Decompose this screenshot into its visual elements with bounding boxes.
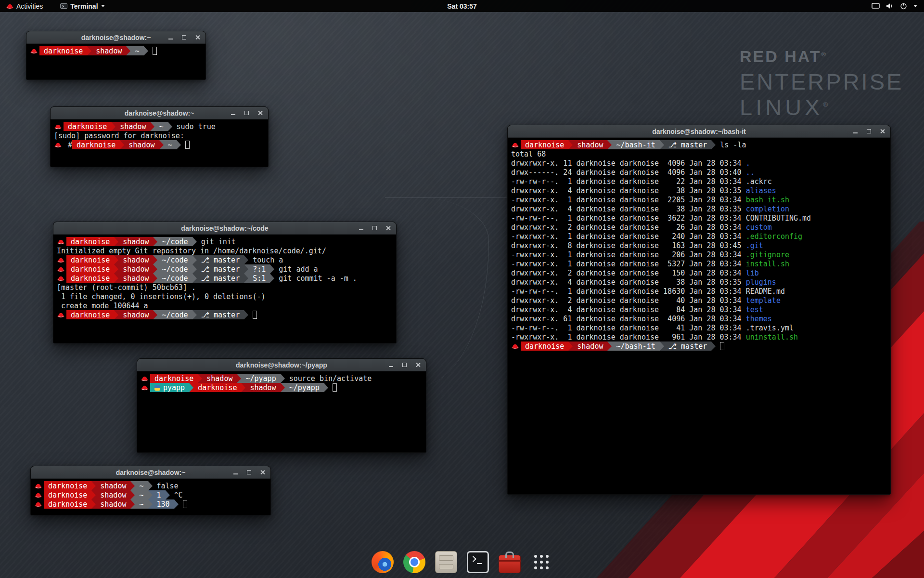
terminal-output[interactable]: darknoiseshadow~/pyappsource bin/activat… [137, 371, 426, 452]
file-entry-name: completion [746, 205, 789, 213]
prompt-segment-gitstat: ?:1 [248, 264, 270, 274]
file-entry-meta: -rwxrwxr-x. 1 darknoise darknoise 2205 J… [511, 196, 746, 204]
close-button[interactable] [194, 34, 201, 41]
terminal-output[interactable]: darknoiseshadow~sudo true[sudo] password… [51, 119, 268, 167]
dock-item-chrome[interactable] [403, 551, 425, 573]
file-entry-name: .travis.yml [746, 324, 794, 332]
file-entry-meta: drwxrwxr-x. 11 darknoise darknoise 4096 … [511, 159, 746, 168]
window-titlebar[interactable]: darknoise@shadow:~ [51, 107, 268, 119]
maximize-button[interactable] [245, 469, 253, 476]
maximize-button[interactable] [401, 361, 408, 368]
command-text: # [64, 141, 72, 149]
maximize-icon [247, 470, 251, 474]
window-titlebar[interactable]: darknoise@shadow:~/code [53, 222, 396, 235]
terminal-output[interactable]: darknoiseshadow~falsedarknoiseshadow~1^C… [31, 479, 270, 515]
minimize-icon [231, 114, 235, 115]
terminal-output[interactable]: darknoiseshadow~/codegit initInitialized… [53, 235, 396, 343]
close-icon [880, 129, 885, 134]
command-text: source bin/activate [285, 374, 372, 383]
command-text: sudo true [172, 122, 216, 131]
terminal-output[interactable]: darknoiseshadow~/bash-it⎇ masterls -lato… [508, 138, 890, 494]
registered-mark: ® [821, 51, 828, 58]
system-status-area[interactable] [872, 0, 924, 12]
dock-item-app-grid[interactable] [530, 551, 552, 573]
chevron-down-icon [913, 5, 917, 7]
window-titlebar[interactable]: darknoise@shadow:~/bash-it [508, 125, 890, 138]
registered-mark: ® [823, 101, 831, 108]
dock-item-files[interactable] [435, 551, 457, 573]
prompt-segment-git: ⎇ master [197, 255, 244, 264]
prompt-segment-git: ⎇ master [197, 310, 244, 319]
activities-button[interactable]: Activities [4, 0, 45, 12]
file-entry-name: lib [746, 269, 759, 277]
maximize-button[interactable] [865, 128, 873, 135]
window-titlebar[interactable]: darknoise@shadow:~ [26, 31, 205, 44]
terminal-output[interactable]: darknoiseshadow~ [26, 44, 205, 79]
command-text: touch a [248, 256, 283, 264]
close-button[interactable] [259, 469, 266, 476]
minimize-button[interactable] [358, 224, 365, 232]
display-icon [872, 3, 880, 9]
app-grid-icon [530, 551, 552, 573]
minimize-button[interactable] [852, 128, 859, 135]
file-entry-meta: drwx------. 24 darknoise darknoise 4096 … [511, 168, 746, 177]
file-entry-name: custom [746, 223, 772, 232]
terminal-window-bash-it: darknoise@shadow:~/bash-it darknoiseshad… [507, 125, 891, 495]
prompt-segment-user: darknoise [44, 490, 91, 499]
prompt-segment-git: ⎇ master [197, 274, 244, 283]
prompt-segment-git: ⎇ master [197, 264, 244, 274]
maximize-button[interactable] [180, 34, 188, 41]
dock-item-terminal[interactable] [467, 551, 489, 573]
clock[interactable]: Sat 03:57 [447, 2, 476, 10]
redhat-icon [57, 257, 64, 263]
command-text: false [153, 482, 179, 490]
close-button[interactable] [257, 109, 264, 117]
redhat-icon [54, 124, 62, 130]
prompt-segment-user: darknoise [44, 481, 91, 490]
command-text: ^C [170, 491, 183, 499]
dock-item-toolbox[interactable] [499, 551, 521, 573]
prompt-segment-git: ⎇ master [664, 140, 712, 149]
redhat-icon [6, 3, 13, 9]
dock-item-firefox[interactable] [372, 551, 394, 573]
power-icon [900, 2, 907, 10]
terminal-icon [60, 3, 67, 9]
window-titlebar[interactable]: darknoise@shadow:~ [31, 466, 270, 479]
prompt-segment-host: shadow [116, 122, 150, 131]
redhat-icon [35, 501, 42, 507]
minimize-icon [359, 229, 363, 230]
app-menu-terminal[interactable]: Terminal [58, 0, 107, 12]
minimize-button[interactable] [230, 109, 237, 117]
prompt-segment-user: darknoise [66, 274, 114, 283]
minimize-button[interactable] [232, 469, 239, 476]
minimize-button[interactable] [167, 34, 174, 41]
prompt-segment-host: shadow [96, 490, 130, 499]
prompt-segment-path: ~/code [157, 274, 192, 283]
maximize-button[interactable] [243, 109, 250, 117]
close-icon [195, 35, 200, 40]
terminal-cursor [185, 141, 190, 149]
terminal-icon [467, 551, 489, 573]
window-title: darknoise@shadow:~/pyapp [236, 361, 327, 369]
prompt-segment-host: shadow [118, 237, 153, 246]
maximize-button[interactable] [371, 224, 378, 232]
terminal-window-pyapp: darknoise@shadow:~/pyapp darknoiseshadow… [137, 358, 426, 453]
file-entry-name: template [746, 296, 781, 305]
activities-label: Activities [16, 2, 43, 10]
prompt-segment-host: shadow [96, 499, 130, 509]
window-title: darknoise@shadow:~/bash-it [652, 128, 746, 135]
close-button[interactable] [879, 128, 886, 135]
file-entry-meta: -rwxrwxr-x. 1 darknoise darknoise 206 Ja… [511, 250, 746, 259]
file-entry-meta: -rwxrwxr-x. 1 darknoise darknoise 961 Ja… [511, 333, 746, 342]
close-button[interactable] [385, 224, 392, 232]
file-entry-meta: drwxrwxr-x. 8 darknoise darknoise 163 Ja… [511, 241, 746, 250]
file-entry-name: README.md [746, 287, 785, 296]
prompt-segment-path: ~ [130, 46, 143, 55]
wallpaper-arc-line [385, 197, 508, 198]
minimize-button[interactable] [387, 361, 395, 368]
file-entry-meta: -rwxrwxr-x. 1 darknoise darknoise 5327 J… [511, 260, 746, 268]
close-button[interactable] [414, 361, 422, 368]
close-icon [260, 470, 265, 475]
window-titlebar[interactable]: darknoise@shadow:~/pyapp [137, 359, 426, 371]
top-bar: Activities Terminal Sat 03:57 [0, 0, 924, 12]
